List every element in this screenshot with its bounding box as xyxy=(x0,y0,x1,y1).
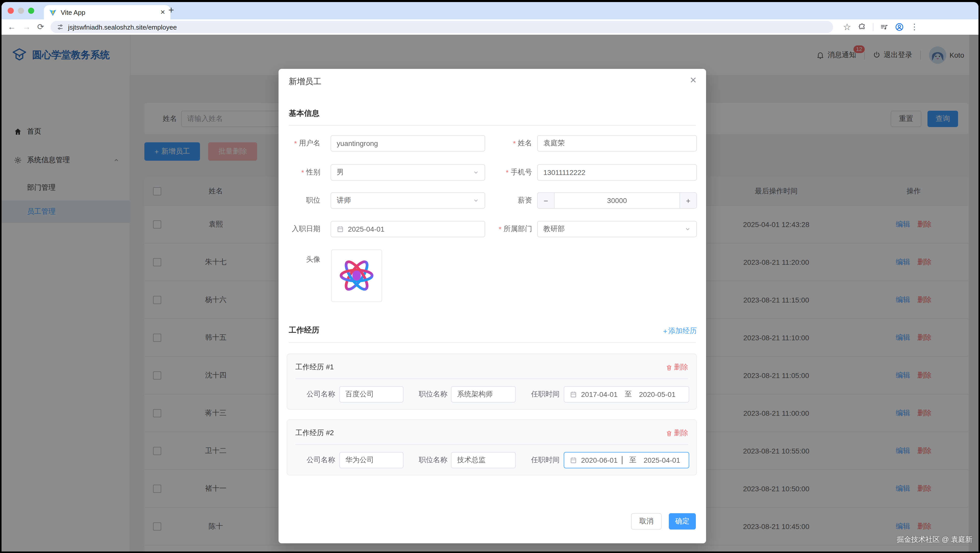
browser-tabstrip: Vite App ✕ + xyxy=(2,2,978,19)
delete-experience-label: 删除 xyxy=(674,363,688,372)
forward-icon[interactable]: → xyxy=(22,23,30,31)
period-range-picker-focused[interactable]: 2020-06-01 至 2025-04-01 xyxy=(564,452,689,468)
company-input[interactable]: 百度公司 xyxy=(339,386,404,402)
username-value: yuantingrong xyxy=(337,139,378,148)
tune-icon[interactable] xyxy=(57,24,64,30)
basic-info-section-title: 基本信息 xyxy=(289,109,319,118)
bookmark-star-icon[interactable]: ☆ xyxy=(843,22,851,32)
period-to-label: 至 xyxy=(629,456,636,465)
vite-favicon xyxy=(49,8,57,16)
delete-experience-button[interactable]: 删除 xyxy=(666,429,688,438)
period-label: 任职时间 xyxy=(516,452,560,468)
browser-window: Vite App ✕ + ← → ⟳ jsjtswfniadh.sealoshz… xyxy=(2,2,978,551)
hire-date-label: 入职日期 xyxy=(278,221,320,237)
phone-label: 手机号 xyxy=(461,164,532,181)
avatar-upload[interactable] xyxy=(331,249,382,302)
decrease-icon[interactable]: − xyxy=(538,193,555,208)
reading-list-icon[interactable] xyxy=(880,23,888,31)
toolbar-separator xyxy=(873,23,873,31)
experience-card-2: 工作经历 #2 删除 公司名称 华为公司 职位名称 技术总监 xyxy=(287,420,697,475)
add-employee-dialog: 新增员工 ✕ 基本信息 用户名 yuantingrong 姓名 袁庭荣 性别 男 xyxy=(278,69,706,543)
hire-date-value: 2025-04-01 xyxy=(348,225,384,233)
tab-close-icon[interactable]: ✕ xyxy=(160,9,165,16)
phone-value: 13011112222 xyxy=(543,168,585,176)
experience-title: 工作经历 #1 xyxy=(295,363,334,372)
department-select[interactable]: 教研部 xyxy=(537,221,697,237)
company-input[interactable]: 华为公司 xyxy=(339,452,404,468)
experience-section-title: 工作经历 xyxy=(289,326,319,335)
delete-experience-button[interactable]: 删除 xyxy=(666,363,688,372)
position-label: 职位 xyxy=(278,192,320,209)
tab-title: Vite App xyxy=(61,8,85,16)
card-divider xyxy=(295,444,688,445)
calendar-icon xyxy=(337,226,344,233)
toolbar-right: ☆ ⋮ xyxy=(843,22,918,32)
name-value: 袁庭荣 xyxy=(543,139,565,148)
period-to-label: 至 xyxy=(625,390,632,399)
job-title-label: 职位名称 xyxy=(398,452,447,468)
trash-icon xyxy=(666,364,672,370)
job-title-value: 系统架构师 xyxy=(457,390,493,399)
company-label: 公司名称 xyxy=(291,452,335,468)
experience-card-1: 工作经历 #1 删除 公司名称 百度公司 职位名称 系统架构师 xyxy=(287,354,697,410)
name-label: 姓名 xyxy=(461,135,532,151)
browser-tab[interactable]: Vite App ✕ xyxy=(44,5,170,19)
extensions-icon[interactable] xyxy=(858,23,866,31)
new-tab-button[interactable]: + xyxy=(169,5,174,16)
cancel-button[interactable]: 取消 xyxy=(631,513,662,529)
department-value: 教研部 xyxy=(543,224,565,234)
traffic-lights xyxy=(8,8,34,14)
atom-avatar-image xyxy=(336,251,377,300)
watermark: 掘金技术社区 @ 袁庭新 xyxy=(897,535,972,544)
company-value: 华为公司 xyxy=(345,456,374,465)
browser-toolbar: ← → ⟳ jsjtswfniadh.sealoshzh.site/employ… xyxy=(2,19,978,35)
dialog-title: 新增员工 xyxy=(289,76,321,87)
section-divider xyxy=(289,342,696,343)
job-title-label: 职位名称 xyxy=(398,386,447,402)
chevron-down-icon xyxy=(685,226,691,232)
increase-icon[interactable]: + xyxy=(679,193,696,208)
period-label: 任职时间 xyxy=(516,386,560,402)
profile-icon[interactable] xyxy=(894,22,904,32)
salary-stepper[interactable]: − 30000 + xyxy=(537,192,697,209)
app-viewport: 圆心学堂教务系统 消息通知 12 退出登录 xyxy=(2,35,978,551)
gender-label: 性别 xyxy=(278,164,320,181)
company-label: 公司名称 xyxy=(291,386,335,402)
period-end: 2020-05-01 xyxy=(639,390,675,399)
url-text: jsjtswfniadh.sealoshzh.site/employee xyxy=(68,23,177,31)
maximize-window-button[interactable] xyxy=(28,8,34,14)
reload-icon[interactable]: ⟳ xyxy=(37,23,44,31)
avatar-label: 头像 xyxy=(278,251,320,268)
company-value: 百度公司 xyxy=(345,390,374,399)
url-bar[interactable]: jsjtswfniadh.sealoshzh.site/employee xyxy=(51,21,833,33)
gender-value: 男 xyxy=(337,168,344,177)
experience-title: 工作经历 #2 xyxy=(295,429,334,438)
card-divider xyxy=(295,378,688,379)
section-divider xyxy=(289,125,696,126)
name-input[interactable]: 袁庭荣 xyxy=(537,135,697,151)
browser-menu-icon[interactable]: ⋮ xyxy=(910,23,918,31)
salary-value[interactable]: 30000 xyxy=(555,193,679,208)
close-window-button[interactable] xyxy=(8,8,14,14)
calendar-icon xyxy=(570,456,577,464)
period-end: 2025-04-01 xyxy=(644,456,680,464)
add-experience-button[interactable]: + 添加经历 xyxy=(663,326,697,336)
dialog-close-icon[interactable]: ✕ xyxy=(690,75,697,86)
username-label: 用户名 xyxy=(278,135,320,151)
job-title-input[interactable]: 系统架构师 xyxy=(451,386,516,402)
job-title-input[interactable]: 技术总监 xyxy=(451,452,516,468)
plus-icon: + xyxy=(663,327,667,335)
period-start: 2020-06-01 xyxy=(581,456,617,464)
salary-label: 薪资 xyxy=(461,192,532,209)
calendar-icon xyxy=(570,391,577,398)
back-icon[interactable]: ← xyxy=(8,23,16,31)
delete-experience-label: 删除 xyxy=(674,429,688,438)
confirm-button[interactable]: 确定 xyxy=(669,513,696,529)
add-experience-label: 添加经历 xyxy=(668,326,697,336)
job-title-value: 技术总监 xyxy=(457,456,486,465)
period-range-picker[interactable]: 2017-04-01 至 2020-05-01 xyxy=(564,386,689,402)
phone-input[interactable]: 13011112222 xyxy=(537,164,697,181)
department-label: 所属部门 xyxy=(461,221,532,237)
minimize-window-button[interactable] xyxy=(18,8,24,14)
period-start: 2017-04-01 xyxy=(581,390,617,399)
